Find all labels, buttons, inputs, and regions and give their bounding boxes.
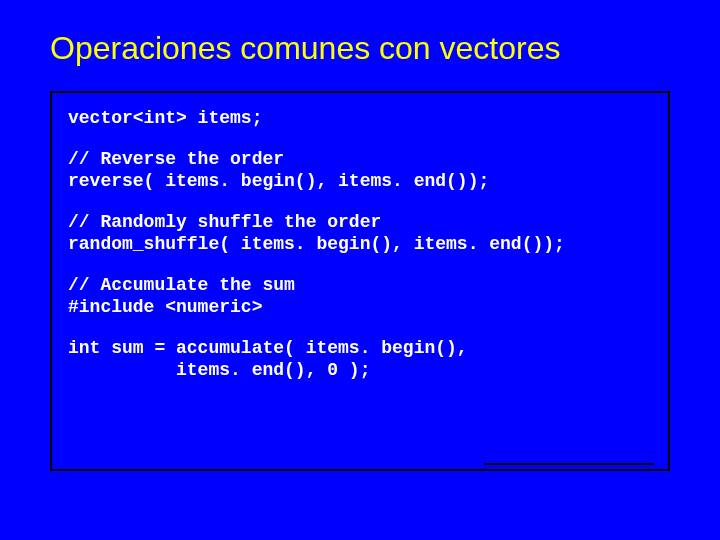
blank-line — [68, 256, 652, 274]
blank-line — [68, 193, 652, 211]
code-line: // Randomly shuffle the order — [68, 211, 652, 234]
code-line: int sum = accumulate( items. begin(), — [68, 337, 652, 360]
slide: Operaciones comunes con vectores vector<… — [0, 0, 720, 540]
code-line: reverse( items. begin(), items. end()); — [68, 170, 652, 193]
slide-title: Operaciones comunes con vectores — [50, 30, 670, 67]
code-line: // Accumulate the sum — [68, 274, 652, 297]
blank-line — [68, 130, 652, 148]
code-box: vector<int> items; // Reverse the order … — [50, 91, 670, 471]
code-line: vector<int> items; — [68, 107, 652, 130]
code-line: // Reverse the order — [68, 148, 652, 171]
code-line: random_shuffle( items. begin(), items. e… — [68, 233, 652, 256]
code-line: items. end(), 0 ); — [68, 359, 652, 382]
blank-line — [68, 319, 652, 337]
code-line: #include <numeric> — [68, 296, 652, 319]
